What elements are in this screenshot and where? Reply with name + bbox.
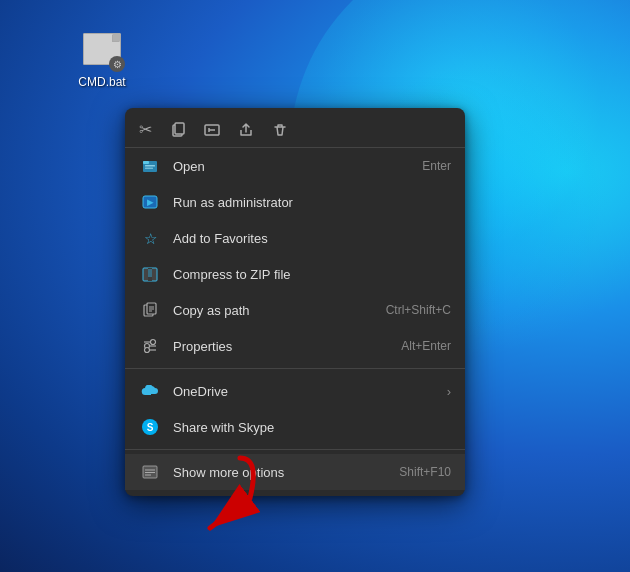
open-label: Open: [173, 159, 402, 174]
properties-shortcut: Alt+Enter: [401, 339, 451, 353]
menu-item-compress-zip[interactable]: Compress to ZIP file: [125, 256, 465, 292]
share-icon[interactable]: [238, 122, 254, 138]
copy-icon[interactable]: [170, 122, 186, 138]
show-more-label: Show more options: [173, 465, 379, 480]
run-admin-label: Run as administrator: [173, 195, 451, 210]
skype-menu-icon: S: [139, 416, 161, 438]
cut-icon[interactable]: ✂: [139, 120, 152, 139]
cmd-file-icon: ⚙: [81, 28, 123, 70]
svg-rect-7: [145, 165, 155, 167]
menu-item-run-admin[interactable]: ▶ Run as administrator: [125, 184, 465, 220]
properties-icon: [139, 335, 161, 357]
menu-item-open[interactable]: Open Enter: [125, 148, 465, 184]
svg-rect-6: [143, 161, 149, 164]
svg-rect-1: [175, 123, 184, 134]
run-admin-icon: ▶: [139, 191, 161, 213]
menu-item-add-favorites[interactable]: ☆ Add to Favorites: [125, 220, 465, 256]
menu-item-show-more[interactable]: Show more options Shift+F10: [125, 454, 465, 490]
menu-item-onedrive[interactable]: OneDrive ›: [125, 373, 465, 409]
svg-text:▶: ▶: [147, 198, 154, 207]
onedrive-label: OneDrive: [173, 384, 437, 399]
delete-icon[interactable]: [272, 122, 288, 138]
show-more-icon: [139, 461, 161, 483]
onedrive-arrow: ›: [447, 384, 451, 399]
show-more-shortcut: Shift+F10: [399, 465, 451, 479]
svg-point-27: [145, 348, 150, 353]
file-label: CMD.bat: [78, 75, 125, 89]
menu-item-share-skype[interactable]: S Share with Skype: [125, 409, 465, 445]
menu-item-properties[interactable]: Properties Alt+Enter: [125, 328, 465, 364]
favorites-icon: ☆: [139, 227, 161, 249]
context-menu: ✂: [125, 108, 465, 496]
desktop-icon-cmd[interactable]: ⚙ CMD.bat: [62, 28, 142, 89]
onedrive-menu-icon: [139, 380, 161, 402]
properties-label: Properties: [173, 339, 381, 354]
favorites-label: Add to Favorites: [173, 231, 451, 246]
copy-path-icon: [139, 299, 161, 321]
context-toolbar: ✂: [125, 114, 465, 148]
separator-1: [125, 368, 465, 369]
separator-2: [125, 449, 465, 450]
open-menu-icon: [139, 155, 161, 177]
rename-icon[interactable]: [204, 122, 220, 138]
open-shortcut: Enter: [422, 159, 451, 173]
menu-item-copy-path[interactable]: Copy as path Ctrl+Shift+C: [125, 292, 465, 328]
share-skype-label: Share with Skype: [173, 420, 451, 435]
svg-rect-8: [145, 168, 153, 170]
svg-point-26: [151, 340, 156, 345]
copy-path-shortcut: Ctrl+Shift+C: [386, 303, 451, 317]
compress-label: Compress to ZIP file: [173, 267, 451, 282]
zip-menu-icon: [139, 263, 161, 285]
copy-path-label: Copy as path: [173, 303, 366, 318]
